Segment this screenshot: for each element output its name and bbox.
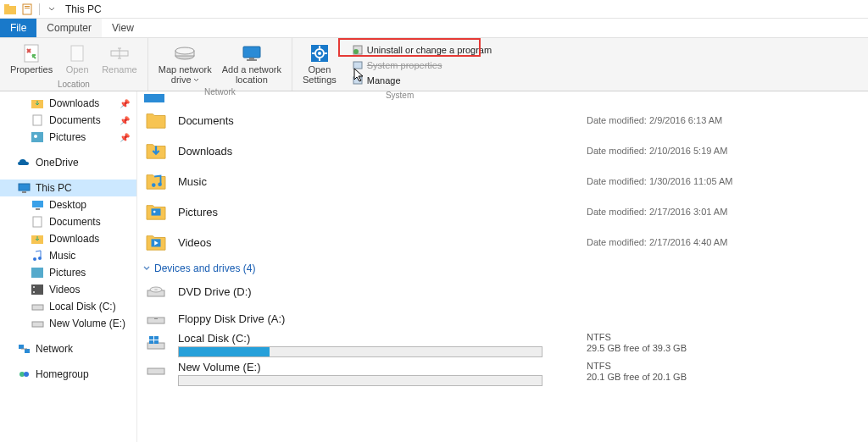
svg-point-31 bbox=[34, 135, 37, 138]
drive-icon bbox=[144, 284, 168, 299]
manage-icon bbox=[352, 75, 364, 86]
qat-dropdown-icon[interactable] bbox=[45, 3, 58, 16]
qat-properties-icon[interactable] bbox=[20, 3, 34, 16]
nav-downloads2[interactable]: Downloads bbox=[0, 230, 136, 247]
downloads-icon bbox=[31, 233, 44, 245]
svg-rect-2 bbox=[23, 4, 31, 14]
uninstall-icon bbox=[352, 44, 364, 56]
group-label-system: System bbox=[292, 90, 507, 102]
svg-rect-41 bbox=[31, 285, 43, 295]
folder-icon bbox=[144, 200, 168, 224]
item-date: Date modified: 2/10/2016 5:19 AM bbox=[587, 146, 727, 156]
svg-point-52 bbox=[152, 183, 156, 187]
list-item[interactable]: DocumentsDate modified: 2/9/2016 6:13 AM bbox=[144, 105, 858, 135]
item-name: Documents bbox=[178, 114, 576, 127]
add-network-location-button[interactable]: Add a network location bbox=[217, 41, 287, 86]
list-item[interactable]: DownloadsDate modified: 2/10/2016 5:19 A… bbox=[144, 135, 858, 166]
list-item[interactable]: VideosDate modified: 2/17/2016 4:40 AM bbox=[144, 227, 858, 257]
devices-group-header[interactable]: Devices and drives (4) bbox=[142, 262, 858, 274]
nav-label: OneDrive bbox=[36, 157, 79, 169]
svg-rect-14 bbox=[243, 47, 260, 58]
svg-point-55 bbox=[153, 211, 156, 213]
nav-videos[interactable]: Videos bbox=[0, 281, 136, 298]
nav-newvolume[interactable]: New Volume (E:) bbox=[0, 315, 136, 332]
sysprops-icon bbox=[352, 59, 364, 71]
svg-rect-3 bbox=[25, 6, 30, 7]
ribbon-group-system: Open Settings Uninstall or change a prog… bbox=[292, 38, 507, 91]
folder-icon bbox=[144, 139, 168, 163]
properties-button[interactable]: Properties bbox=[5, 41, 58, 76]
ribbon-group-location: Properties Open Rename Location bbox=[0, 38, 148, 91]
nav-label: Videos bbox=[49, 284, 80, 296]
nav-label: Music bbox=[49, 250, 75, 262]
navigation-pane: Downloads 📌 Documents 📌 Pictures 📌 OneDr… bbox=[0, 91, 137, 442]
uninstall-program-button[interactable]: Uninstall or change a program bbox=[347, 43, 497, 57]
pin-icon: 📌 bbox=[120, 116, 130, 125]
open-settings-button[interactable]: Open Settings bbox=[298, 41, 342, 90]
svg-rect-1 bbox=[4, 4, 9, 7]
list-item[interactable]: Floppy Disk Drive (A:) bbox=[144, 305, 858, 332]
svg-point-39 bbox=[38, 257, 42, 260]
group-label-network: Network bbox=[148, 86, 292, 98]
svg-point-38 bbox=[33, 257, 36, 261]
open-label: Open bbox=[66, 64, 89, 75]
svg-rect-44 bbox=[32, 305, 43, 310]
tab-computer[interactable]: Computer bbox=[36, 19, 102, 37]
rename-label: Rename bbox=[102, 64, 137, 75]
map-drive-l2: drive bbox=[171, 75, 192, 85]
ribbon: Properties Open Rename Location bbox=[0, 37, 868, 91]
drive-icon bbox=[144, 311, 168, 326]
uninstall-label: Uninstall or change a program bbox=[367, 45, 492, 55]
localdisk-icon bbox=[31, 301, 44, 312]
nav-label: Desktop bbox=[49, 199, 86, 211]
rename-button[interactable]: Rename bbox=[97, 41, 142, 76]
add-loc-l2: location bbox=[236, 75, 268, 85]
system-properties-button[interactable]: System properties bbox=[347, 58, 497, 72]
manage-button[interactable]: Manage bbox=[347, 74, 497, 87]
svg-rect-30 bbox=[31, 132, 43, 142]
title-bar: This PC bbox=[0, 0, 868, 19]
nav-desktop[interactable]: Desktop bbox=[0, 196, 136, 213]
svg-rect-26 bbox=[353, 62, 362, 69]
svg-rect-5 bbox=[25, 45, 38, 62]
pictures-icon bbox=[31, 267, 44, 279]
nav-thispc[interactable]: This PC bbox=[0, 180, 136, 196]
chevron-down-icon bbox=[193, 78, 199, 82]
nav-pictures[interactable]: Pictures 📌 bbox=[0, 129, 136, 146]
ribbon-group-network: Map network drive Add a network location… bbox=[148, 38, 292, 91]
nav-label: New Volume (E:) bbox=[49, 318, 125, 329]
map-network-drive-button[interactable]: Map network drive bbox=[153, 41, 217, 86]
nav-pictures2[interactable]: Pictures bbox=[0, 264, 136, 281]
manage-label: Manage bbox=[367, 75, 401, 86]
svg-point-25 bbox=[353, 49, 359, 54]
documents-icon bbox=[31, 216, 44, 228]
svg-rect-35 bbox=[36, 208, 40, 210]
nav-documents[interactable]: Documents 📌 bbox=[0, 112, 136, 129]
sysprops-label: System properties bbox=[367, 60, 442, 70]
drive-icon bbox=[31, 318, 44, 329]
list-item[interactable]: PicturesDate modified: 2/17/2016 3:01 AM bbox=[144, 196, 858, 227]
list-item[interactable]: Local Disk (C:)NTFS29.5 GB free of 39.3 … bbox=[144, 332, 858, 357]
nav-documents2[interactable]: Documents bbox=[0, 213, 136, 230]
nav-onedrive[interactable]: OneDrive bbox=[0, 154, 136, 171]
svg-rect-66 bbox=[154, 340, 159, 344]
explorer-app-icon bbox=[3, 3, 17, 16]
list-item[interactable]: New Volume (E:)NTFS20.1 GB free of 20.1 … bbox=[144, 361, 858, 386]
nav-localdisk[interactable]: Local Disk (C:) bbox=[0, 298, 136, 315]
svg-rect-40 bbox=[31, 268, 43, 278]
open-button[interactable]: Open bbox=[58, 41, 97, 76]
svg-rect-43 bbox=[33, 291, 35, 293]
tab-file[interactable]: File bbox=[0, 19, 36, 37]
tab-view[interactable]: View bbox=[102, 19, 144, 37]
nav-network[interactable]: Network bbox=[0, 340, 136, 357]
folder-icon bbox=[144, 230, 168, 254]
svg-rect-64 bbox=[154, 336, 159, 340]
gear-icon bbox=[309, 42, 330, 64]
nav-music[interactable]: Music bbox=[0, 247, 136, 264]
list-item[interactable]: DVD Drive (D:) bbox=[144, 278, 858, 305]
videos-icon bbox=[31, 284, 44, 296]
list-item[interactable]: MusicDate modified: 1/30/2016 11:05 AM bbox=[144, 166, 858, 196]
nav-homegroup[interactable]: Homegroup bbox=[0, 366, 136, 383]
properties-label: Properties bbox=[10, 64, 53, 75]
nav-downloads[interactable]: Downloads 📌 bbox=[0, 95, 136, 112]
